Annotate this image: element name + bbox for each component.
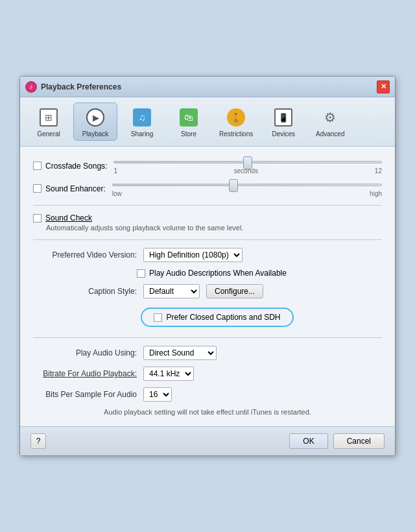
sound-enhancer-row: Sound Enhancer: low high bbox=[33, 180, 382, 197]
toolbar-restrictions[interactable]: 🚶 Restrictions bbox=[213, 103, 259, 141]
crossfade-slider-container: 1 seconds 12 bbox=[113, 157, 382, 175]
audio-note: Audio playback setting will not take eff… bbox=[33, 408, 382, 416]
preferences-window: ♪ Playback Preferences ✕ General Playbac… bbox=[19, 76, 396, 456]
sound-check-label: Sound Check bbox=[45, 213, 92, 223]
closed-captions-label: Prefer Closed Captions and SDH bbox=[166, 313, 280, 322]
sound-enhancer-slider-labels: low high bbox=[112, 190, 382, 197]
toolbar-sharing-label: Sharing bbox=[131, 130, 153, 138]
bitrate-label-text: Bitrate For Audio Playback: bbox=[43, 369, 137, 378]
sound-enhancer-low-label: low bbox=[112, 190, 122, 197]
preferred-video-select[interactable]: High Definition (1080p) Standard Definit… bbox=[143, 248, 243, 262]
bitrate-label: Bitrate For Audio Playback: bbox=[33, 369, 137, 378]
closed-captions-checkbox[interactable] bbox=[154, 313, 162, 322]
crossfade-label: Crossfade Songs: bbox=[45, 162, 107, 171]
toolbar-store-label: Store bbox=[181, 130, 196, 138]
play-audio-using-select[interactable]: Direct Sound Windows Audio bbox=[143, 346, 217, 360]
play-audio-desc-checkbox[interactable] bbox=[137, 269, 145, 278]
sound-enhancer-slider-container: low high bbox=[112, 180, 382, 197]
crossfade-checkbox[interactable] bbox=[33, 162, 42, 170]
play-audio-using-row: Play Audio Using: Direct Sound Windows A… bbox=[33, 346, 382, 360]
crossfade-min-label: 1 bbox=[113, 167, 117, 175]
play-audio-desc-row: Play Audio Descriptions When Available bbox=[137, 269, 382, 278]
crossfade-slider-thumb[interactable] bbox=[243, 156, 252, 169]
content-area: Crossfade Songs: 1 seconds 12 Sound Enha… bbox=[20, 147, 395, 426]
itunes-icon: ♪ bbox=[25, 81, 37, 93]
toolbar-restrictions-label: Restrictions bbox=[219, 130, 253, 138]
ok-button[interactable]: OK bbox=[289, 433, 327, 449]
crossfade-checkbox-label[interactable]: Crossfade Songs: bbox=[33, 162, 107, 171]
cancel-button[interactable]: Cancel bbox=[333, 433, 385, 449]
bits-per-sample-label: Bits Per Sample For Audio bbox=[33, 390, 137, 399]
toolbar-sharing[interactable]: ♫ Sharing bbox=[120, 103, 164, 141]
caption-style-row: Caption Style: Default Large Text Classi… bbox=[33, 284, 382, 298]
bits-per-sample-row: Bits Per Sample For Audio 16 24 32 bbox=[33, 387, 382, 402]
toolbar-general-label: General bbox=[37, 130, 60, 138]
play-audio-desc-label[interactable]: Play Audio Descriptions When Available bbox=[137, 269, 287, 278]
sound-check-section: Sound Check Automatically adjusts song p… bbox=[33, 213, 382, 232]
toolbar-devices-label: Devices bbox=[272, 130, 295, 138]
footer-buttons: OK Cancel bbox=[289, 433, 385, 449]
sound-enhancer-checkbox[interactable] bbox=[33, 184, 42, 193]
restrictions-icon: 🚶 bbox=[224, 106, 248, 129]
toolbar-playback[interactable]: Playback bbox=[73, 103, 117, 141]
divider-3 bbox=[33, 337, 382, 338]
sound-enhancer-checkbox-label[interactable]: Sound Enhancer: bbox=[33, 184, 106, 193]
toolbar-store[interactable]: 🛍 Store bbox=[167, 103, 211, 141]
bitrate-row: Bitrate For Audio Playback: 44.1 kHz 48 … bbox=[33, 367, 382, 381]
sound-enhancer-high-label: high bbox=[370, 190, 382, 197]
window-title: Playback Preferences bbox=[41, 82, 121, 91]
toolbar-advanced[interactable]: ⚙ Advanced bbox=[308, 103, 352, 141]
bitrate-select[interactable]: 44.1 kHz 48 kHz 96 kHz bbox=[143, 367, 194, 381]
titlebar-left: ♪ Playback Preferences bbox=[25, 81, 121, 93]
help-button[interactable]: ? bbox=[30, 433, 46, 449]
divider-1 bbox=[33, 205, 382, 206]
playback-icon bbox=[84, 106, 107, 129]
sound-enhancer-label: Sound Enhancer: bbox=[45, 184, 106, 193]
sharing-icon: ♫ bbox=[130, 106, 154, 129]
footer: ? OK Cancel bbox=[20, 426, 395, 455]
crossfade-row: Crossfade Songs: 1 seconds 12 bbox=[33, 157, 382, 175]
crossfade-max-label: 12 bbox=[375, 167, 382, 175]
toolbar-general[interactable]: General bbox=[27, 103, 71, 141]
closed-captions-row: Prefer Closed Captions and SDH bbox=[33, 305, 382, 330]
sound-check-checkbox[interactable] bbox=[33, 214, 42, 223]
sound-check-checkbox-label[interactable]: Sound Check bbox=[33, 213, 382, 223]
titlebar: ♪ Playback Preferences ✕ bbox=[20, 77, 395, 97]
preferred-video-row: Preferred Video Version: High Definition… bbox=[33, 248, 382, 262]
close-button[interactable]: ✕ bbox=[377, 80, 390, 93]
divider-2 bbox=[33, 239, 382, 240]
caption-style-select[interactable]: Default Large Text Classic bbox=[143, 284, 200, 298]
toolbar-advanced-label: Advanced bbox=[316, 130, 344, 138]
caption-style-label: Caption Style: bbox=[33, 287, 137, 296]
crossfade-slider-track[interactable] bbox=[113, 161, 382, 163]
toolbar: General Playback ♫ Sharing 🛍 Store 🚶 Res… bbox=[20, 97, 395, 147]
bits-per-sample-select[interactable]: 16 24 32 bbox=[143, 387, 172, 402]
play-audio-desc-text: Play Audio Descriptions When Available bbox=[149, 269, 287, 278]
sound-enhancer-slider-track[interactable] bbox=[112, 184, 382, 186]
configure-button[interactable]: Configure... bbox=[206, 284, 263, 298]
preferred-video-label: Preferred Video Version: bbox=[33, 250, 137, 260]
devices-icon: 📱 bbox=[272, 106, 295, 129]
sound-enhancer-slider-thumb[interactable] bbox=[229, 179, 238, 192]
advanced-icon: ⚙ bbox=[318, 106, 342, 129]
general-icon bbox=[37, 106, 60, 129]
play-audio-using-label: Play Audio Using: bbox=[33, 348, 137, 357]
toolbar-playback-label: Playback bbox=[82, 130, 109, 138]
store-icon: 🛍 bbox=[177, 106, 200, 129]
sound-check-description: Automatically adjusts song playback volu… bbox=[46, 224, 382, 232]
toolbar-devices[interactable]: 📱 Devices bbox=[261, 103, 305, 141]
closed-captions-highlight: Prefer Closed Captions and SDH bbox=[141, 308, 293, 327]
